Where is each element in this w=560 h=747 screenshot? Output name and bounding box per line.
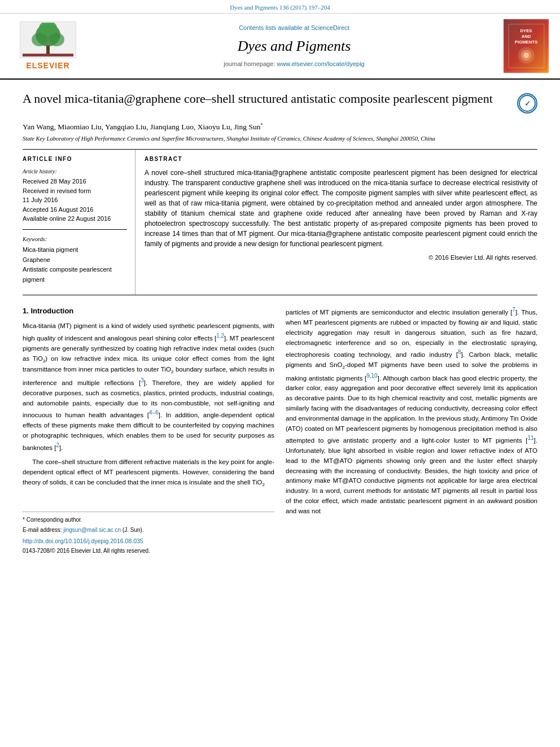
email-suffix: (J. Sun). bbox=[123, 527, 144, 533]
journal-homepage: journal homepage: www.elsevier.com/locat… bbox=[90, 60, 498, 68]
svg-point-13 bbox=[523, 53, 529, 58]
homepage-url[interactable]: www.elsevier.com/locate/dyepig bbox=[277, 60, 364, 67]
homepage-prefix: journal homepage: bbox=[224, 60, 275, 67]
svg-text:DYES: DYES bbox=[520, 29, 532, 34]
journal-reference: Dyes and Pigments 136 (2017) 197–204 bbox=[230, 4, 330, 11]
abstract-label: ABSTRACT bbox=[145, 155, 537, 163]
svg-rect-5 bbox=[23, 54, 73, 56]
keywords-group: Keywords: Mica-titania pigment Graphene … bbox=[23, 235, 127, 285]
elsevier-tree-icon bbox=[20, 21, 76, 58]
article-history-group: Article history: Received 28 May 2016 Re… bbox=[23, 168, 127, 224]
journal-cover-image: DYES AND PIGMENTS bbox=[504, 19, 549, 73]
journal-main-title: Dyes and Pigments bbox=[90, 36, 498, 56]
issn-text: 0143-7208/© 2016 Elsevier Ltd. All right… bbox=[23, 547, 274, 556]
contents-text: Contents lists available at bbox=[239, 24, 309, 31]
crossmark-badge[interactable]: ✓ bbox=[517, 93, 537, 113]
authors: Yan Wang, Miaomiao Liu, Yangqiao Liu, Ji… bbox=[23, 121, 537, 132]
email-note: E-mail address: jingsun@mail.sic.ac.cn (… bbox=[23, 526, 274, 535]
ref-2b[interactable]: 2 bbox=[56, 442, 59, 448]
ref-9-10[interactable]: 9,10 bbox=[366, 373, 377, 379]
footnote-area: * Corresponding author. E-mail address: … bbox=[23, 512, 274, 535]
elsevier-label: ELSEVIER bbox=[26, 60, 69, 72]
right-paragraph-1: particles of MT pigments are semiconduct… bbox=[286, 305, 537, 516]
affiliation: State Key Laboratory of High Performance… bbox=[23, 135, 537, 143]
corresponding-author-note: * Corresponding author. bbox=[23, 516, 274, 525]
received-date: Received 28 May 2016 bbox=[23, 177, 127, 186]
authors-text: Yan Wang, Miaomiao Liu, Yangqiao Liu, Ji… bbox=[23, 123, 262, 131]
article-info-label: ARTICLE INFO bbox=[23, 155, 127, 163]
elsevier-logo-area: ELSEVIER bbox=[11, 21, 85, 72]
article-title-area: A novel mica-titania@graphene core–shell… bbox=[23, 91, 537, 113]
email-label: E-mail address: bbox=[23, 527, 62, 533]
svg-text:PIGMENTS: PIGMENTS bbox=[514, 40, 537, 45]
section-number: 1. bbox=[23, 307, 29, 315]
contents-line: Contents lists available at ScienceDirec… bbox=[90, 24, 498, 32]
journal-header: ELSEVIER Contents lists available at Sci… bbox=[0, 14, 560, 80]
doi-link: http://dx.doi.org/10.1016/j.dyepig.2016.… bbox=[23, 536, 274, 545]
email-link[interactable]: jingsun@mail.sic.ac.cn bbox=[63, 527, 121, 533]
svg-text:AND: AND bbox=[521, 34, 531, 39]
ref-3[interactable]: 3 bbox=[141, 377, 144, 383]
ref-1-2[interactable]: 1,2 bbox=[216, 333, 224, 339]
body-left-column: 1. Introduction Mica-titania (MT) pigmen… bbox=[23, 305, 274, 555]
available-date: Available online 22 August 2016 bbox=[23, 214, 127, 224]
journal-title-area: Contents lists available at ScienceDirec… bbox=[90, 24, 498, 68]
intro-paragraph-1: Mica-titania (MT) pigment is a kind of w… bbox=[23, 321, 274, 453]
intro-paragraph-2: The core–shell structure from different … bbox=[23, 457, 274, 488]
keywords-label: Keywords: bbox=[23, 235, 127, 243]
article-info-column: ARTICLE INFO Article history: Received 2… bbox=[23, 150, 135, 295]
abstract-column: ABSTRACT A novel core–shell structured m… bbox=[135, 150, 537, 295]
article-title-text: A novel mica-titania@graphene core–shell… bbox=[23, 91, 517, 107]
page: Dyes and Pigments 136 (2017) 197–204 ELS… bbox=[0, 0, 560, 566]
copyright-line: © 2016 Elsevier Ltd. All rights reserved… bbox=[145, 254, 537, 262]
body-right-column: particles of MT pigments are semiconduct… bbox=[286, 305, 537, 555]
keyword-2: Graphene bbox=[23, 255, 127, 265]
ref-4-6[interactable]: 4–6 bbox=[149, 409, 159, 416]
doi-text[interactable]: http://dx.doi.org/10.1016/j.dyepig.2016.… bbox=[23, 538, 143, 544]
article-history-label: Article history: bbox=[23, 168, 127, 176]
body-content: 1. Introduction Mica-titania (MT) pigmen… bbox=[23, 305, 537, 555]
abstract-text: A novel core–shell structured mica-titan… bbox=[145, 168, 537, 249]
intro-heading: 1. Introduction bbox=[23, 305, 274, 317]
ref-7[interactable]: 7 bbox=[512, 307, 515, 313]
keyword-1: Mica-titania pigment bbox=[23, 245, 127, 255]
keyword-3: Antistatic composite pearlescent pigment bbox=[23, 265, 127, 285]
top-banner: Dyes and Pigments 136 (2017) 197–204 bbox=[0, 0, 560, 14]
accepted-date: Accepted 16 August 2016 bbox=[23, 205, 127, 215]
article-main: A novel mica-titania@graphene core–shell… bbox=[0, 80, 560, 566]
divider bbox=[23, 229, 127, 230]
article-info-abstract-section: ARTICLE INFO Article history: Received 2… bbox=[23, 149, 537, 295]
ref-11[interactable]: 11 bbox=[527, 435, 533, 441]
svg-text:✓: ✓ bbox=[524, 99, 531, 108]
sciencedirect-link[interactable]: ScienceDirect bbox=[311, 24, 349, 31]
ref-8[interactable]: 8 bbox=[458, 349, 461, 355]
revised-date: Received in revised form11 July 2016 bbox=[23, 186, 127, 205]
section-title: Introduction bbox=[30, 307, 73, 315]
